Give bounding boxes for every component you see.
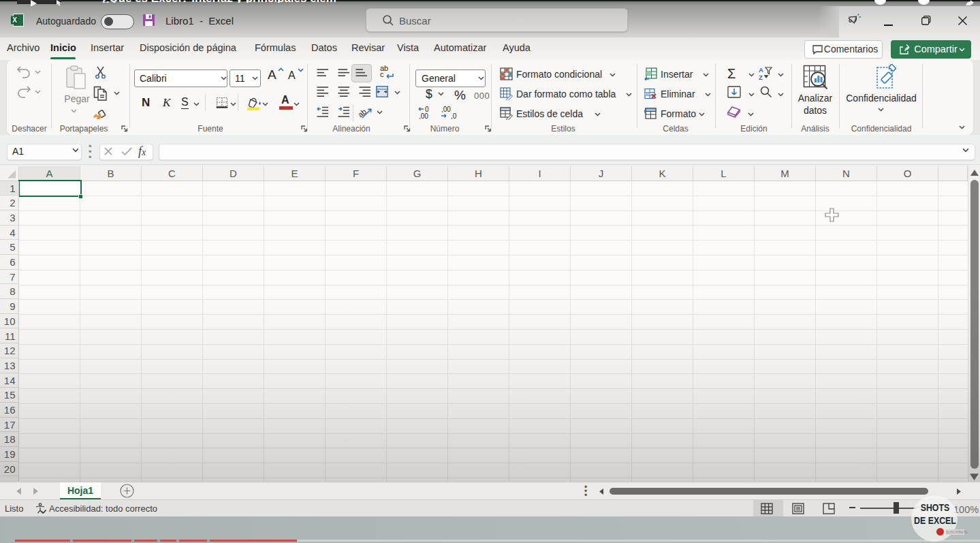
svg-text:,0: ,0	[451, 112, 457, 119]
svg-text:X: X	[12, 16, 17, 24]
svg-text:Z: Z	[759, 74, 763, 81]
svg-text:,00: ,00	[441, 106, 451, 113]
svg-text:A: A	[759, 66, 763, 74]
svg-text:,00: ,00	[419, 112, 428, 119]
